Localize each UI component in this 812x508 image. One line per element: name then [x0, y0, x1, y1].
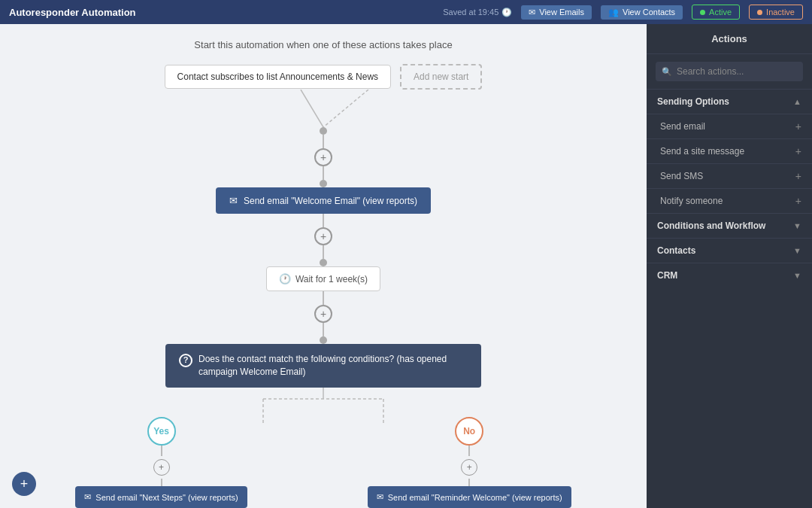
no-connector-2: [468, 479, 470, 486]
active-status-button[interactable]: Active: [692, 5, 740, 20]
send-email-welcome-node[interactable]: ✉ Send email "Welcome Email" (view repor…: [216, 187, 431, 214]
connector-line-3: [323, 214, 324, 227]
connector-line-4: [323, 245, 324, 259]
conditions-chevron: ▼: [793, 221, 801, 230]
connector-line-6: [323, 323, 324, 336]
contacts-section: Contacts ▼: [647, 238, 812, 263]
contacts-icon: 👥: [608, 8, 619, 17]
sidebar-title: Actions: [647, 24, 812, 54]
sidebar-search-container: 🔍: [656, 62, 803, 81]
view-emails-button[interactable]: ✉ View Emails: [521, 5, 592, 20]
clock-icon: 🕐: [279, 273, 291, 284]
conditions-workflow-section: Conditions and Workflow ▼: [647, 213, 812, 238]
connector-dot-2: [320, 180, 327, 187]
add-step-btn-3[interactable]: +: [314, 305, 332, 323]
connector-line-5: [323, 291, 324, 305]
no-add-btn[interactable]: +: [461, 459, 477, 476]
sending-options-header[interactable]: Sending Options ▲: [647, 89, 812, 114]
actions-sidebar: Actions 🔍 Sending Options ▲ Send email +…: [647, 24, 812, 508]
connector-line-1: [323, 135, 324, 148]
contacts-chevron: ▼: [793, 246, 801, 255]
svg-line-0: [301, 90, 323, 127]
send-email-action[interactable]: Send email +: [647, 114, 812, 138]
send-site-message-action[interactable]: Send a site message +: [647, 138, 812, 163]
app-header: Autoresponder Automation Saved at 19:45 …: [0, 0, 812, 24]
email-icon-next: ✉: [84, 492, 91, 502]
active-dot: [700, 10, 705, 15]
connector-dot-4: [320, 336, 327, 344]
send-site-message-add-icon: +: [795, 145, 801, 157]
yes-add-btn[interactable]: +: [153, 459, 170, 476]
sending-options-section: Sending Options ▲ Send email + Send a si…: [647, 89, 812, 213]
view-contacts-button[interactable]: 👥 View Contacts: [601, 5, 683, 20]
connector-dot-3: [320, 259, 327, 266]
history-icon[interactable]: 🕐: [501, 8, 512, 17]
search-input[interactable]: [656, 62, 803, 81]
no-branch: No + ✉ Send email "Reminder Welcome" (vi…: [368, 417, 571, 508]
branch-split-svg: [188, 388, 459, 425]
connector-dot-1: [320, 127, 327, 135]
contacts-header[interactable]: Contacts ▼: [647, 238, 812, 263]
send-email-add-icon: +: [795, 120, 801, 132]
connector-line-2: [323, 166, 324, 180]
email-node-icon: ✉: [229, 195, 238, 206]
bottom-add-button[interactable]: +: [12, 472, 36, 496]
notify-someone-add-icon: +: [795, 195, 801, 207]
inactive-status-button[interactable]: Inactive: [749, 5, 803, 20]
canvas-content: Start this automation when one of these …: [0, 24, 647, 508]
inactive-dot: [757, 10, 762, 15]
conditions-workflow-header[interactable]: Conditions and Workflow ▼: [647, 213, 812, 238]
send-email-next-steps-node[interactable]: ✉ Send email "Next Steps" (view reports): [75, 486, 247, 508]
main-layout: Start this automation when one of these …: [0, 24, 812, 508]
send-email-reminder-node[interactable]: ✉ Send email "Reminder Welcome" (view re…: [368, 486, 571, 508]
notify-someone-action[interactable]: Notify someone +: [647, 188, 812, 213]
svg-line-1: [323, 90, 368, 127]
crm-section: CRM ▼: [647, 263, 812, 287]
add-step-btn-2[interactable]: +: [314, 227, 332, 245]
app-title: Autoresponder Automation: [9, 7, 434, 18]
no-circle[interactable]: No: [455, 417, 483, 446]
wait-node[interactable]: 🕐 Wait for 1 week(s): [266, 266, 380, 291]
send-sms-action[interactable]: Send SMS +: [647, 163, 812, 188]
search-icon: 🔍: [662, 67, 672, 77]
question-icon: ?: [179, 354, 192, 367]
yes-circle[interactable]: Yes: [147, 417, 176, 446]
email-icon-reminder: ✉: [377, 492, 383, 502]
saved-timestamp: Saved at 19:45 🕐: [443, 8, 512, 17]
send-sms-add-icon: +: [795, 170, 801, 182]
sending-options-chevron: ▲: [793, 97, 801, 106]
yes-connector-1: [161, 446, 162, 456]
no-connector-1: [468, 446, 470, 456]
crm-chevron: ▼: [793, 271, 801, 280]
converge-lines-svg: [248, 90, 398, 127]
automation-canvas: Start this automation when one of these …: [0, 24, 647, 508]
start-nodes-row: Contact subscribes to list Announcements…: [165, 64, 483, 90]
email-icon: ✉: [529, 8, 535, 17]
condition-node[interactable]: ? Does the contact match the following c…: [165, 344, 481, 388]
add-step-btn-1[interactable]: +: [314, 148, 332, 166]
add-new-start-node[interactable]: Add new start: [400, 64, 482, 90]
crm-header[interactable]: CRM ▼: [647, 263, 812, 287]
start-node[interactable]: Contact subscribes to list Announcements…: [165, 65, 391, 89]
yes-connector-2: [161, 479, 162, 486]
canvas-subtitle: Start this automation when one of these …: [194, 39, 452, 50]
yes-branch: Yes + ✉ Send email "Next Steps" (view re…: [75, 417, 247, 508]
